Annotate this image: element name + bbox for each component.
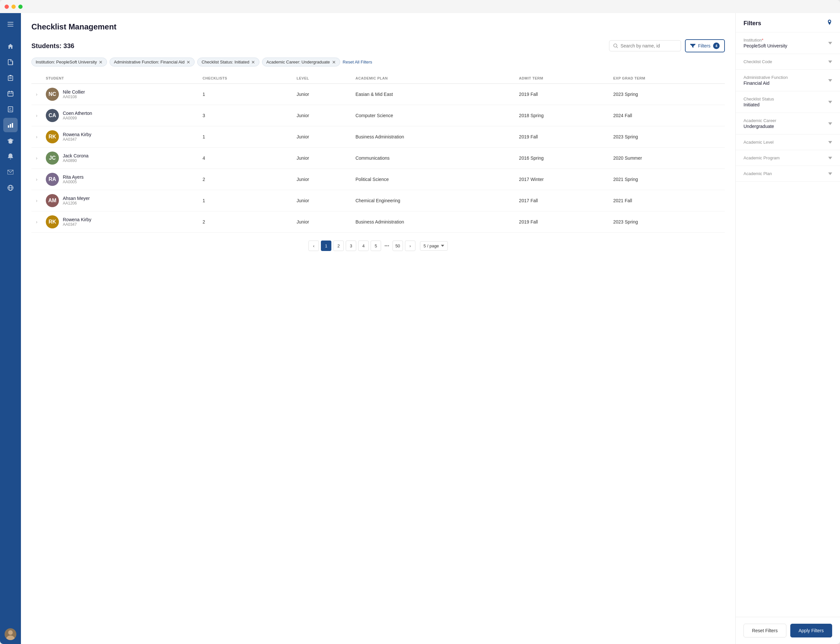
sidebar <box>0 13 21 644</box>
sidebar-icon-mail[interactable] <box>3 165 18 179</box>
page-prev-btn[interactable]: ‹ <box>308 240 319 251</box>
filter-tag-institution: Institution: PeopleSoft University ✕ <box>31 58 107 66</box>
filter-tag-institution-remove[interactable]: ✕ <box>99 60 103 64</box>
student-checklists: 2 <box>199 169 292 190</box>
row-expand-chevron[interactable]: › <box>36 92 38 97</box>
filter-section-academic-level-header[interactable]: Academic Level <box>736 135 840 150</box>
sidebar-icon-clipboard[interactable] <box>3 71 18 85</box>
filter-section-admin-function-header[interactable]: Administrative Function Financial Aid <box>736 70 840 91</box>
per-page-select[interactable]: 5 / page <box>420 241 448 251</box>
table-row: › RK Rowena Kirby AA0347 1 Junior Busine… <box>31 127 725 148</box>
per-page-chevron-icon <box>441 245 444 247</box>
filter-tag-admin-function-remove[interactable]: ✕ <box>187 60 190 64</box>
filter-academic-level-label: Academic Level <box>743 140 828 145</box>
row-expand-chevron[interactable]: › <box>36 155 38 161</box>
sidebar-icon-document[interactable] <box>3 55 18 69</box>
sidebar-icon-home[interactable] <box>3 39 18 54</box>
row-expand-chevron[interactable]: › <box>36 113 38 118</box>
search-icon <box>613 44 618 48</box>
page-btn-50[interactable]: 50 <box>392 240 403 251</box>
apply-filters-button[interactable]: Apply Filters <box>790 624 832 637</box>
filter-section-academic-program-header[interactable]: Academic Program <box>736 150 840 166</box>
title-bar <box>0 0 840 13</box>
svg-rect-3 <box>8 76 13 80</box>
filter-checklist-status-value: Initiated <box>743 102 828 107</box>
filter-section-checklist-status-header[interactable]: Checklist Status Initiated <box>736 91 840 113</box>
minimize-dot[interactable] <box>11 5 16 9</box>
filter-tag-institution-label: Institution: PeopleSoft University <box>36 59 97 64</box>
sidebar-icon-checklist[interactable] <box>3 102 18 117</box>
row-expand-chevron[interactable]: › <box>36 219 38 225</box>
sidebar-icon-chart[interactable] <box>3 118 18 132</box>
student-grad-term: 2023 Spring <box>609 84 725 105</box>
reset-filters-button[interactable]: Reset Filters <box>743 624 786 637</box>
page-next-btn[interactable]: › <box>405 240 415 251</box>
filter-tags-container: Institution: PeopleSoft University ✕ Adm… <box>31 58 725 66</box>
filter-section-checklist-code-header[interactable]: Checklist Code <box>736 54 840 69</box>
svg-rect-7 <box>8 92 13 96</box>
student-info: CA Coen Atherton AA0099 <box>42 105 199 126</box>
filter-checklist-code-label: Checklist Code <box>743 59 828 64</box>
page-btn-2[interactable]: 2 <box>333 240 344 251</box>
student-grad-term: 2023 Spring <box>609 211 725 233</box>
sidebar-icon-graduation[interactable] <box>3 133 18 148</box>
table-row: › NC Nile Collier AA0108 1 Junior Easian… <box>31 84 725 105</box>
filter-tag-checklist-status: Checklist Status: Initiated ✕ <box>197 58 259 66</box>
filter-tag-academic-career-remove[interactable]: ✕ <box>332 60 336 64</box>
sidebar-icon-globe[interactable] <box>3 181 18 195</box>
filter-admin-function-value: Financial Aid <box>743 80 828 86</box>
student-admit-term: 2019 Fall <box>515 211 609 233</box>
th-admit-term: ADMIT TERM <box>515 73 609 84</box>
student-grad-term: 2024 Fall <box>609 105 725 127</box>
student-admit-term: 2018 Spring <box>515 105 609 127</box>
row-expand-chevron[interactable]: › <box>36 177 38 182</box>
student-grad-term: 2021 Spring <box>609 169 725 190</box>
svg-rect-0 <box>8 22 13 23</box>
filter-academic-career-value: Undergraduate <box>743 124 828 129</box>
maximize-dot[interactable] <box>18 5 23 9</box>
th-checklists: CHECKLISTS <box>199 73 292 84</box>
student-plan: Chemical Engineering <box>352 190 515 211</box>
page-btn-3[interactable]: 3 <box>346 240 356 251</box>
row-expand-chevron[interactable]: › <box>36 134 38 140</box>
chevron-down-icon <box>828 101 832 104</box>
search-input[interactable] <box>620 43 673 48</box>
student-info: RA Rita Ayers AA0005 <box>42 169 199 190</box>
page-btn-5[interactable]: 5 <box>371 240 381 251</box>
row-expand-chevron[interactable]: › <box>36 198 38 203</box>
filter-section-academic-plan-header[interactable]: Academic Plan <box>736 166 840 181</box>
sidebar-icon-bell[interactable] <box>3 149 18 164</box>
student-level: Junior <box>293 105 352 127</box>
student-info: AM Ahsan Meyer AA1206 <box>42 190 199 211</box>
table-row: › RK Rowena Kirby AA0347 2 Junior Busine… <box>31 211 725 233</box>
user-avatar[interactable] <box>5 628 16 640</box>
filter-section-checklist-status: Checklist Status Initiated <box>736 91 840 113</box>
filter-tag-academic-career: Academic Career: Undergraduate ✕ <box>262 58 340 66</box>
filter-section-academic-career-header[interactable]: Academic Career Undergraduate <box>736 113 840 134</box>
reset-all-filters-link[interactable]: Reset All Filters <box>343 59 372 64</box>
sidebar-icon-menu[interactable] <box>3 17 18 31</box>
close-dot[interactable] <box>5 5 9 9</box>
student-grad-term: 2023 Spring <box>609 127 725 148</box>
student-checklists: 1 <box>199 127 292 148</box>
student-name: Nile Collier <box>63 89 85 95</box>
th-grad-term: EXP GRAD TERM <box>609 73 725 84</box>
student-plan: Easian & Mid East <box>352 84 515 105</box>
search-box <box>609 40 681 51</box>
filter-section-institution-header[interactable]: Institution* PeopleSoft University <box>736 33 840 54</box>
filter-tag-checklist-status-remove[interactable]: ✕ <box>251 60 255 64</box>
filters-footer: Reset Filters Apply Filters <box>736 617 840 644</box>
svg-rect-14 <box>12 123 13 128</box>
svg-rect-12 <box>8 125 9 128</box>
student-name: Rita Ayers <box>63 174 84 180</box>
sidebar-icon-calendar[interactable] <box>3 86 18 101</box>
pagination: ‹ 1 2 3 4 5 ••• 50 › 5 / page <box>31 240 725 251</box>
page-btn-1[interactable]: 1 <box>321 240 331 251</box>
filters-button[interactable]: Filters 4 <box>685 39 725 53</box>
page-btn-4[interactable]: 4 <box>358 240 369 251</box>
student-avatar: RK <box>46 215 59 228</box>
student-checklists: 3 <box>199 105 292 127</box>
filter-section-academic-program: Academic Program <box>736 150 840 166</box>
student-level: Junior <box>293 190 352 211</box>
student-level: Junior <box>293 84 352 105</box>
